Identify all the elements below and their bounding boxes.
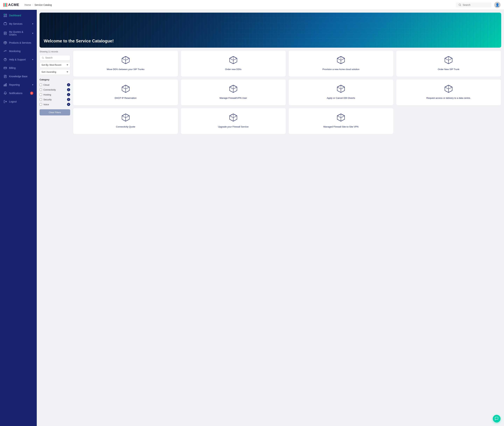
catalog-card-request-access[interactable]: Request access or delivery to a data cen…: [396, 79, 501, 106]
chat-icon: [495, 417, 499, 421]
products-icon: [4, 41, 7, 44]
svg-rect-5: [4, 23, 7, 25]
dashboard-icon: [4, 14, 7, 17]
category-cloud-checkbox[interactable]: [40, 84, 42, 86]
category-connectivity-checkbox[interactable]: [40, 88, 42, 91]
sidebar-label-logout: Logout: [9, 100, 17, 103]
sidebar-item-help[interactable]: Help & Support ▾: [0, 55, 37, 64]
svg-rect-3: [4, 16, 5, 17]
card-label-move-ddis: Move DDI's between your SIP Trunks: [107, 68, 144, 71]
card-label-request-access: Request access or delivery to a data cen…: [427, 97, 471, 100]
sidebar-item-reporting[interactable]: Reporting ▾: [0, 81, 37, 89]
card-label-managed-firewall-vpn: Managed Firewall Site-to-Site VPN: [323, 125, 359, 128]
card-label-apply-cancel-ddi: Apply or Cancel DDI Diverts: [327, 97, 355, 100]
card-icon-manage-firewall: [229, 84, 238, 94]
chevron-down-icon-4: ▾: [32, 84, 33, 86]
filter-search-box: [40, 55, 70, 60]
category-hosting[interactable]: Hosting 1: [40, 92, 70, 97]
catalog-card-apply-cancel-ddi[interactable]: Apply or Cancel DDI Diverts: [288, 79, 394, 106]
category-cloud[interactable]: Cloud 3: [40, 82, 70, 87]
hero-banner: Welcome to the Service Catalogue!: [40, 13, 501, 48]
filter-panel: Showing 11 records Sort By: Most Recent …: [40, 50, 70, 423]
breadcrumb-current: Service Catalog: [35, 4, 52, 6]
knowledge-icon: [4, 75, 7, 78]
svg-rect-11: [5, 84, 5, 86]
sort-by-select[interactable]: Sort By: Most Recent Sort By: Alphabetic…: [40, 62, 70, 68]
sidebar-label-knowledge: Knowledge Base: [9, 75, 28, 78]
my-services-icon: [4, 22, 7, 26]
sidebar-item-my-services[interactable]: My Services ▾: [0, 20, 37, 28]
sidebar-item-billing[interactable]: Billing: [0, 64, 37, 72]
category-hosting-checkbox[interactable]: [40, 93, 42, 96]
filter-search-input[interactable]: [45, 57, 68, 59]
sidebar-item-products[interactable]: Products & Services: [0, 39, 37, 47]
catalog-card-managed-firewall-vpn[interactable]: Managed Firewall Site-to-Site VPN: [288, 108, 394, 134]
sidebar-label-products: Products & Services: [9, 41, 31, 44]
sidebar-item-logout[interactable]: Logout: [0, 97, 37, 106]
category-voice[interactable]: Voice 4: [40, 102, 70, 107]
category-security[interactable]: Security 3: [40, 97, 70, 102]
catalog-card-dhcp-ip[interactable]: DHCP IP Reservation: [73, 79, 178, 106]
card-label-manage-firewall: Manage Firewall/VPN User: [220, 97, 247, 100]
card-label-order-sip-trunk: Order New SIP Trunk: [438, 68, 459, 71]
sidebar-label-notifications: Notifications: [9, 92, 22, 95]
sidebar-item-knowledge[interactable]: Knowledge Base: [0, 72, 37, 81]
search-icon: [458, 4, 461, 6]
header: ACME Home / Service Catalog 👤: [0, 0, 504, 10]
sidebar-label-billing: Billing: [9, 67, 16, 69]
svg-rect-4: [6, 16, 7, 17]
card-icon-connectivity-quote: [121, 113, 130, 123]
card-label-order-new-ddis: Order new DDIs: [225, 68, 241, 71]
hero-title: Welcome to the Service Catalogue!: [44, 39, 114, 43]
category-title: Category: [40, 78, 70, 81]
sidebar-label-my-services: My Services: [9, 22, 22, 25]
reporting-icon: [4, 83, 7, 86]
card-icon-dhcp-ip: [121, 84, 130, 94]
sidebar-item-quotes[interactable]: My Quotes & Orders ▾: [0, 28, 37, 39]
breadcrumb-home[interactable]: Home: [25, 4, 31, 6]
sidebar-label-reporting: Reporting: [9, 83, 20, 86]
card-label-connectivity-quote: Connectivity Quote: [116, 125, 135, 128]
avatar: 👤: [494, 2, 500, 8]
sidebar: Dashboard My Services ▾ My Quotes & Orde…: [0, 10, 37, 426]
logout-icon: [4, 100, 7, 103]
catalog-card-manage-firewall[interactable]: Manage Firewall/VPN User: [181, 79, 286, 106]
sort-order-select[interactable]: Sort: Ascending Sort: Descending: [40, 69, 70, 75]
card-icon-order-new-ddis: [229, 56, 238, 65]
sidebar-label-monitoring: Monitoring: [9, 50, 21, 53]
catalog-card-order-sip-trunk[interactable]: Order New SIP Trunk: [396, 50, 501, 77]
header-search-input[interactable]: [463, 4, 489, 6]
catalog-grid: Move DDI's between your SIP Trunks Order…: [73, 50, 501, 423]
category-voice-checkbox[interactable]: [40, 103, 42, 106]
sidebar-item-notifications[interactable]: Notifications 1: [0, 89, 37, 97]
records-count: Showing 11 records: [40, 50, 70, 53]
layout: Dashboard My Services ▾ My Quotes & Orde…: [0, 10, 504, 426]
card-icon-move-ddis: [121, 56, 130, 65]
quotes-icon: [4, 32, 7, 35]
clear-filters-button[interactable]: Clear Filters: [40, 109, 70, 115]
catalog-card-move-ddis[interactable]: Move DDI's between your SIP Trunks: [73, 50, 178, 77]
card-icon-upgrade-firewall: [229, 113, 238, 123]
catalog-card-provision-acme[interactable]: Provision a new Acme cloud solution: [288, 50, 394, 77]
catalog-card-upgrade-firewall[interactable]: Upgrade your Firewall Service: [181, 108, 286, 134]
category-voice-label: Voice: [43, 103, 66, 106]
breadcrumb-separator: /: [32, 4, 33, 6]
card-icon-request-access: [444, 84, 453, 94]
sidebar-item-dashboard[interactable]: Dashboard: [0, 11, 37, 20]
category-security-checkbox[interactable]: [40, 98, 42, 101]
catalog-card-order-new-ddis[interactable]: Order new DDIs: [181, 50, 286, 77]
svg-rect-2: [6, 14, 7, 15]
sidebar-label-quotes: My Quotes & Orders: [9, 30, 30, 36]
filter-search-icon: [42, 57, 44, 59]
sidebar-item-monitoring[interactable]: Monitoring: [0, 47, 37, 55]
content-area: Showing 11 records Sort By: Most Recent …: [37, 48, 504, 426]
chevron-down-icon: ▾: [32, 23, 33, 25]
card-label-provision-acme: Provision a new Acme cloud solution: [323, 68, 359, 71]
svg-rect-1: [4, 14, 5, 15]
category-voice-count: 4: [67, 103, 70, 106]
svg-rect-10: [4, 85, 4, 86]
category-hosting-count: 1: [67, 93, 70, 96]
catalog-card-connectivity-quote[interactable]: Connectivity Quote: [73, 108, 178, 134]
category-connectivity[interactable]: Connectivity 2: [40, 87, 70, 92]
chat-fab[interactable]: [493, 415, 500, 422]
